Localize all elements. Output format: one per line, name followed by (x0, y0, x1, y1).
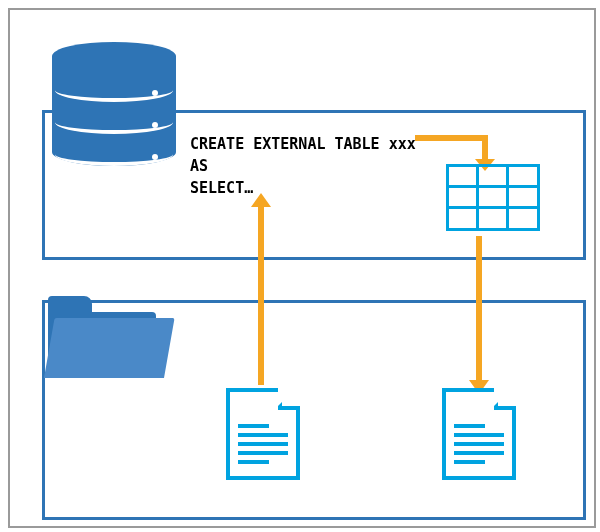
arrow-sql-to-table-v (482, 135, 488, 161)
sql-statement: CREATE EXTERNAL TABLE xxx AS SELECT… (190, 133, 416, 199)
source-file-icon (226, 388, 300, 480)
arrow-file-to-sql (258, 205, 264, 385)
sql-line-1: CREATE EXTERNAL TABLE xxx (190, 135, 416, 153)
sql-line-3: SELECT… (190, 179, 253, 197)
arrow-table-to-file (476, 236, 482, 382)
folder-icon (48, 296, 156, 374)
external-table-icon (447, 165, 538, 229)
sql-line-2: AS (190, 157, 208, 175)
database-icon (52, 42, 176, 166)
output-file-icon (442, 388, 516, 480)
arrow-sql-to-table-h (415, 135, 485, 141)
diagram-frame: CREATE EXTERNAL TABLE xxx AS SELECT… (8, 8, 596, 528)
